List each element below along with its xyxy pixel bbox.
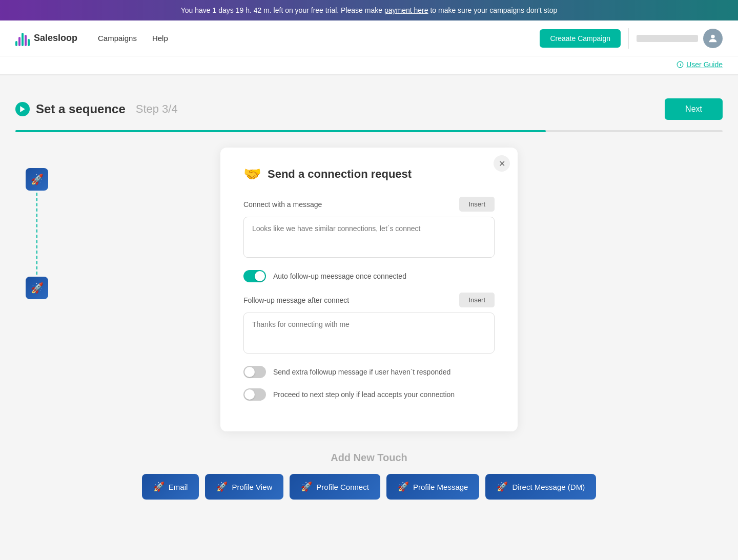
auto-followup-toggle[interactable] [243, 270, 266, 282]
toggle-row-2: Send extra followup message if user have… [243, 366, 495, 378]
dialog-card: ✕ 🤝 Send a connection request Connect wi… [220, 148, 518, 431]
payment-link[interactable]: payment here [384, 6, 428, 14]
banner-text-end: to make sure your campaigns don't stop [428, 6, 558, 14]
followup-field-row: Follow-up message after connect Insert [243, 293, 495, 307]
sequence-sidebar: 🚀 🚀 [15, 148, 48, 299]
insert-button-1[interactable]: Insert [459, 197, 495, 212]
sub-header: i User Guide [0, 56, 738, 75]
logo-icon [15, 31, 30, 46]
profile-connect-icon: 🚀 [301, 481, 312, 492]
extra-followup-toggle[interactable] [243, 366, 266, 378]
proceed-next-toggle[interactable] [243, 388, 266, 401]
svg-point-0 [711, 34, 714, 38]
touch-btn-profile-connect[interactable]: 🚀 Profile Connect [290, 474, 380, 500]
dialog-title: Send a connection request [268, 168, 412, 181]
user-name-blurred [637, 35, 698, 42]
dialog-title-area: 🤝 Send a connection request [243, 165, 495, 182]
banner-text: You have 1 days 19 h. 42 m. left on your… [181, 6, 384, 14]
dm-icon: 🚀 [497, 481, 508, 492]
insert-button-2[interactable]: Insert [459, 293, 495, 307]
extra-followup-label: Send extra followup message if user have… [273, 368, 450, 376]
main-divider [0, 75, 738, 75]
progress-bar-fill [15, 130, 546, 132]
step-icon [15, 102, 30, 116]
navbar: Salesloop Campaigns Help Creaate Campaig… [0, 20, 738, 56]
toggle-knob-2 [244, 367, 255, 377]
main-layout: 🚀 🚀 ✕ 🤝 Send a connection request Connec… [15, 148, 723, 431]
progress-bar-container [15, 130, 723, 132]
step-title-area: Set a sequence Step 3/4 [15, 102, 178, 116]
dialog-close-button[interactable]: ✕ [494, 155, 510, 172]
touch-btn-email-label: Email [169, 483, 188, 491]
add-touch-title: Add New Touch [15, 452, 723, 464]
logo[interactable]: Salesloop [15, 31, 77, 46]
sequence-connector [36, 193, 37, 275]
svg-marker-3 [20, 106, 25, 112]
sequence-icon-btn-2[interactable]: 🚀 [26, 277, 48, 299]
touch-btn-dm[interactable]: 🚀 Direct Message (DM) [485, 474, 596, 500]
profile-view-icon: 🚀 [216, 481, 228, 492]
followup-textarea[interactable] [243, 313, 495, 354]
touch-btn-profile-message-label: Profile Message [413, 483, 468, 491]
toggle-knob-1 [255, 271, 265, 281]
nav-help[interactable]: Help [152, 34, 168, 43]
followup-label: Follow-up message after connect [243, 296, 349, 304]
touch-buttons: 🚀 Email 🚀 Profile View 🚀 Profile Connect… [15, 474, 723, 500]
toggle-row-3: Proceed to next step only if lead accept… [243, 388, 495, 401]
next-button[interactable]: Next [665, 98, 723, 120]
navbar-divider [628, 28, 629, 49]
profile-message-icon: 🚀 [398, 481, 409, 492]
logo-text: Salesloop [34, 33, 77, 44]
step-subtitle: Step 3/4 [136, 102, 178, 116]
user-info [637, 29, 723, 48]
create-campaign-button[interactable]: Creaate Campaign [540, 29, 621, 48]
step-header: Set a sequence Step 3/4 Next [15, 98, 723, 120]
avatar[interactable] [703, 29, 723, 48]
proceed-next-label: Proceed to next step only if lead accept… [273, 390, 455, 399]
email-icon: 🚀 [153, 481, 165, 492]
touch-btn-dm-label: Direct Message (DM) [512, 483, 585, 491]
navbar-right: Creaate Campaign [540, 28, 723, 49]
auto-followup-label: Auto follow-up meessage once connected [273, 272, 406, 280]
touch-btn-profile-connect-label: Profile Connect [316, 483, 369, 491]
user-guide-link[interactable]: i User Guide [676, 60, 723, 69]
dialog-wrapper: ✕ 🤝 Send a connection request Connect wi… [15, 148, 723, 431]
touch-btn-profile-message[interactable]: 🚀 Profile Message [386, 474, 480, 500]
step-title: Set a sequence [36, 102, 126, 116]
add-touch-section: Add New Touch 🚀 Email 🚀 Profile View 🚀 P… [15, 452, 723, 500]
page-content: Set a sequence Step 3/4 Next 🚀 🚀 ✕ 🤝 Sen… [0, 83, 738, 530]
toggle-row-1: Auto follow-up meessage once connected [243, 270, 495, 282]
touch-btn-profile-view[interactable]: 🚀 Profile View [205, 474, 283, 500]
nav-campaigns[interactable]: Campaigns [98, 34, 137, 43]
touch-btn-profile-view-label: Profile View [232, 483, 272, 491]
connect-field-row: Connect with a message Insert [243, 197, 495, 212]
handshake-icon: 🤝 [243, 165, 261, 182]
touch-btn-email[interactable]: 🚀 Email [142, 474, 199, 500]
info-icon: i [676, 61, 684, 68]
toggle-knob-3 [244, 389, 255, 400]
sequence-icon-btn-1[interactable]: 🚀 [26, 168, 48, 191]
nav-links: Campaigns Help [98, 34, 168, 43]
svg-text:i: i [680, 63, 681, 67]
trial-banner: You have 1 days 19 h. 42 m. left on your… [0, 0, 738, 20]
connect-label: Connect with a message [243, 200, 322, 209]
connect-textarea[interactable] [243, 217, 495, 258]
